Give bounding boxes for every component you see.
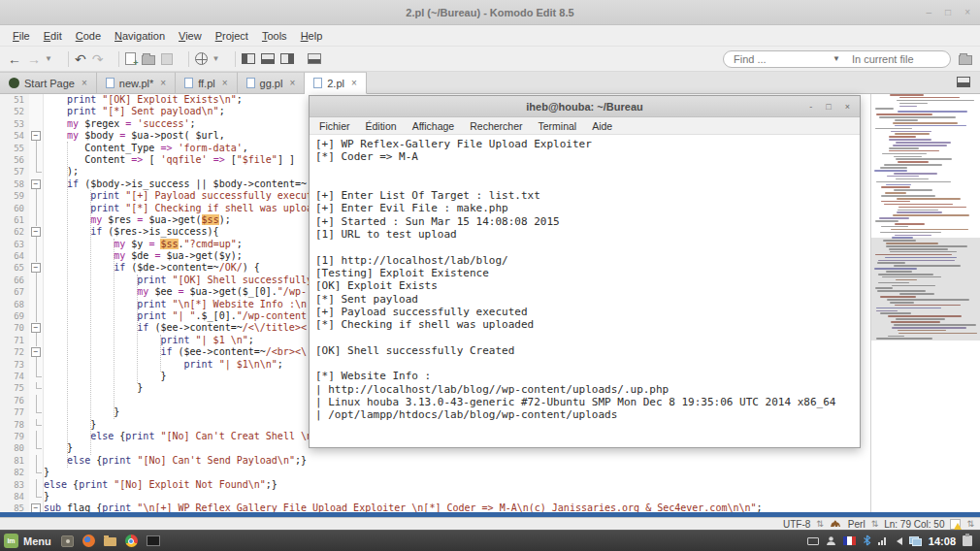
user-icon[interactable] xyxy=(826,533,836,550)
close-tab-icon[interactable]: × xyxy=(351,78,357,88)
language-indicator[interactable]: Perl xyxy=(848,519,866,530)
menu-button[interactable]: Menu xyxy=(23,535,51,547)
terminal-line xyxy=(315,357,854,370)
syntax-check-icon[interactable] xyxy=(950,519,961,530)
save-icon[interactable] xyxy=(161,53,173,65)
scrollbar-thumb[interactable] xyxy=(0,512,980,517)
terminal-maximize-button[interactable]: □ xyxy=(826,102,831,112)
fold-toggle-icon[interactable]: − xyxy=(31,347,41,357)
mint-menu-icon[interactable]: lm xyxy=(4,534,18,548)
undo-icon[interactable]: ↶ xyxy=(75,52,86,66)
line-number: 67 xyxy=(0,286,29,298)
new-file-icon[interactable] xyxy=(125,52,136,65)
clock[interactable]: 14:08 xyxy=(929,535,956,547)
encoding-indicator[interactable]: UTF-8 xyxy=(783,519,810,530)
fold-toggle-icon[interactable]: − xyxy=(31,323,41,333)
menu-code[interactable]: Code xyxy=(69,27,108,45)
toggle-bottom-pane-icon[interactable] xyxy=(261,53,275,64)
fold-toggle[interactable]: − xyxy=(29,178,44,190)
file-manager-icon[interactable] xyxy=(104,537,116,546)
terminal-title: iheb@houba: ~/Bureau xyxy=(526,101,642,113)
fold-toggle-icon[interactable]: − xyxy=(31,263,41,273)
firefox-icon[interactable] xyxy=(82,535,95,547)
tab-bar-pin-icon[interactable] xyxy=(957,77,970,87)
menu-help[interactable]: Help xyxy=(294,27,330,45)
encoding-stepper-icon[interactable]: ⇅ xyxy=(816,519,824,529)
fold-toggle[interactable]: − xyxy=(29,262,44,274)
find-scope-input[interactable] xyxy=(844,53,951,65)
open-file-icon[interactable] xyxy=(142,55,155,65)
terminal-launcher-icon[interactable] xyxy=(147,535,160,546)
redo-icon[interactable]: ↷ xyxy=(92,52,104,66)
fold-toggle[interactable]: − xyxy=(29,346,44,358)
bluetooth-icon[interactable] xyxy=(863,533,871,550)
terminal-menu-terminal[interactable]: Terminal xyxy=(539,120,577,132)
forward-dropdown-icon[interactable]: ▼ xyxy=(45,54,52,63)
syntax-stepper-icon[interactable]: ⇅ xyxy=(966,519,974,529)
close-tab-icon[interactable]: × xyxy=(82,78,87,88)
tab-ffpl[interactable]: ff.pl× xyxy=(176,72,237,93)
fold-toggle-icon[interactable]: − xyxy=(31,179,41,189)
terminal-close-button[interactable]: × xyxy=(845,102,850,112)
find-input[interactable] xyxy=(724,53,829,65)
close-button[interactable]: × xyxy=(964,8,970,17)
fold-toggle[interactable]: − xyxy=(29,226,44,238)
language-stepper-icon[interactable]: ⇅ xyxy=(871,519,879,529)
toggle-right-pane-icon[interactable] xyxy=(280,53,294,64)
minimap[interactable] xyxy=(870,94,980,512)
screenshot-tool-icon[interactable] xyxy=(61,535,74,547)
menu-project[interactable]: Project xyxy=(209,27,255,45)
pin-pane-icon[interactable] xyxy=(308,53,321,64)
fold-toggle-icon[interactable]: − xyxy=(31,131,41,141)
french-flag-icon[interactable] xyxy=(843,536,856,545)
fold-margin xyxy=(29,250,44,262)
horizontal-scrollbar[interactable] xyxy=(0,512,980,517)
fold-toggle-icon[interactable]: − xyxy=(31,227,41,237)
menu-navigation[interactable]: Navigation xyxy=(108,27,172,45)
find-in-files-icon[interactable] xyxy=(959,55,972,65)
menu-edit[interactable]: Edit xyxy=(37,27,69,45)
close-tab-icon[interactable]: × xyxy=(160,78,166,88)
terminal-window[interactable]: iheb@houba: ~/Bureau -□× FichierÉditionA… xyxy=(309,95,861,448)
network-connections-icon[interactable] xyxy=(909,536,922,546)
terminal-menu-fichier[interactable]: Fichier xyxy=(319,120,350,132)
clipboard-icon[interactable] xyxy=(963,535,972,546)
toolbar-separator xyxy=(188,51,189,67)
menu-tools[interactable]: Tools xyxy=(255,27,294,45)
menu-file[interactable]: File xyxy=(6,27,37,45)
terminal-minimize-button[interactable]: - xyxy=(809,102,812,112)
terminal-menu-rechercher[interactable]: Rechercher xyxy=(470,120,522,132)
close-tab-icon[interactable]: × xyxy=(222,78,228,88)
fold-toggle[interactable]: − xyxy=(29,130,44,142)
forward-icon[interactable]: → xyxy=(27,52,41,66)
menu-view[interactable]: View xyxy=(172,27,209,45)
minimize-button[interactable]: – xyxy=(927,8,932,17)
signal-icon[interactable] xyxy=(878,537,886,545)
tab-startpage[interactable]: Start Page× xyxy=(0,72,97,93)
terminal-output[interactable]: [+] WP Reflex-Gallery File Upload Exploi… xyxy=(310,135,860,438)
fold-toggle[interactable]: − xyxy=(29,322,44,334)
close-tab-icon[interactable]: × xyxy=(289,78,295,88)
find-dropdown-icon[interactable]: ▼ xyxy=(829,54,844,63)
minimap-viewport[interactable] xyxy=(871,238,980,340)
tab-2pl[interactable]: 2.pl× xyxy=(305,72,367,94)
fold-margin xyxy=(29,239,44,250)
back-icon[interactable]: ← xyxy=(8,52,21,66)
fold-margin xyxy=(29,286,44,298)
preview-dropdown-icon[interactable]: ▼ xyxy=(212,54,219,63)
terminal-menu-affichage[interactable]: Affichage xyxy=(412,120,455,132)
fold-toggle[interactable]: − xyxy=(29,502,44,512)
keyboard-indicator-icon[interactable] xyxy=(807,537,819,545)
maximize-button[interactable]: □ xyxy=(945,8,951,17)
toggle-left-pane-icon[interactable] xyxy=(242,53,255,64)
volume-icon[interactable] xyxy=(893,537,902,545)
preview-globe-icon[interactable] xyxy=(195,52,208,65)
fold-toggle-icon[interactable]: − xyxy=(31,503,41,512)
code-line: 82} xyxy=(0,467,980,478)
terminal-menu-édition[interactable]: Édition xyxy=(366,120,397,132)
tab-ggpl[interactable]: gg.pl× xyxy=(238,72,306,93)
terminal-menu-aide[interactable]: Aide xyxy=(592,120,612,132)
chrome-icon[interactable] xyxy=(125,535,138,547)
terminal-title-bar[interactable]: iheb@houba: ~/Bureau -□× xyxy=(310,96,860,117)
tab-newpl[interactable]: new.pl*× xyxy=(97,72,176,93)
